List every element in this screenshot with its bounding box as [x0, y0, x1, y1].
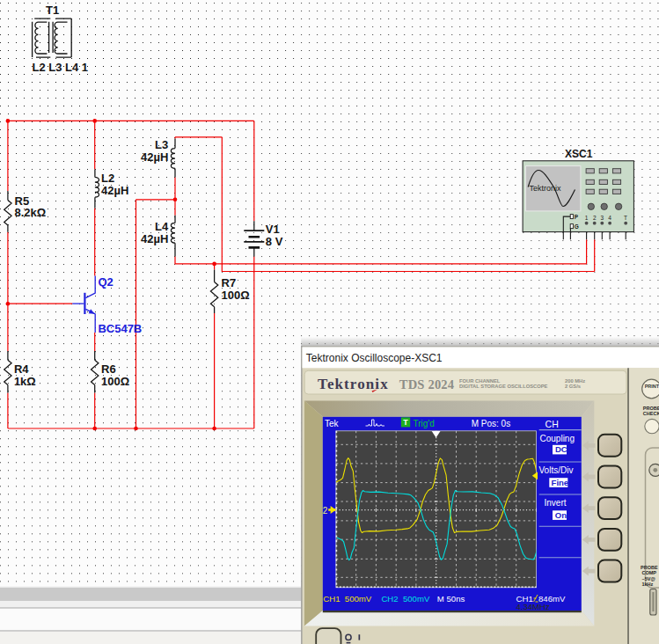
svg-text:42µH: 42µH [141, 150, 168, 164]
svg-text:PRINT: PRINT [645, 384, 659, 389]
svg-text:Q2: Q2 [98, 275, 113, 289]
svg-text:M Pos: 0s: M Pos: 0s [472, 419, 510, 428]
svg-text:R4: R4 [14, 362, 29, 376]
svg-text:BC547B: BC547B [98, 322, 142, 335]
svg-text:2: 2 [323, 506, 328, 516]
svg-text:Volts/Div: Volts/Div [539, 465, 574, 475]
svg-text:M 50ns: M 50ns [437, 594, 465, 604]
svg-text:T1: T1 [46, 4, 59, 17]
svg-text:XSC1: XSC1 [565, 148, 593, 160]
svg-text:8.2kΩ: 8.2kΩ [15, 206, 47, 219]
svg-text:Tek: Tek [325, 419, 340, 428]
svg-text:DIGITAL STORAGE OSCILLOSCOPE: DIGITAL STORAGE OSCILLOSCOPE [459, 384, 548, 389]
svg-text:CH1 500mV: CH1 500mV [323, 594, 372, 604]
svg-text:L3: L3 [155, 138, 168, 151]
svg-text:1: 1 [585, 215, 589, 221]
svg-text:Fine: Fine [552, 478, 569, 487]
svg-text:On: On [555, 510, 567, 520]
svg-text:4: 4 [608, 215, 611, 221]
svg-text:100Ω: 100Ω [101, 375, 129, 388]
svg-text:COMP: COMP [642, 570, 657, 575]
svg-text:2 GS/s: 2 GS/s [565, 384, 581, 389]
svg-text:TDS 2024: TDS 2024 [399, 377, 454, 392]
svg-text:R7: R7 [222, 276, 237, 289]
svg-text:CHECK: CHECK [643, 411, 659, 416]
svg-text:CH: CH [546, 419, 559, 429]
svg-text:~5V@: ~5V@ [642, 576, 656, 582]
svg-text:Invert: Invert [545, 498, 567, 508]
svg-text:4.34MHz: 4.34MHz [516, 602, 550, 611]
svg-text:42µH: 42µH [141, 232, 168, 245]
svg-text:8 V: 8 V [266, 235, 283, 248]
svg-text:100Ω: 100Ω [222, 289, 250, 302]
svg-text:T: T [403, 418, 408, 427]
svg-text:42µH: 42µH [101, 184, 128, 197]
svg-text:1kHz: 1kHz [642, 582, 654, 587]
svg-text:CH2 500mV: CH2 500mV [381, 594, 430, 604]
svg-text:P: P [575, 214, 579, 220]
svg-text:L4: L4 [155, 220, 169, 233]
svg-text:FOUR CHANNEL: FOUR CHANNEL [459, 378, 501, 384]
svg-text:Coupling: Coupling [540, 434, 575, 443]
svg-text:R6: R6 [101, 362, 116, 376]
svg-text:G: G [575, 223, 579, 230]
svg-text:L2 L3 L4 1: L2 L3 L4 1 [33, 61, 89, 74]
svg-text:T: T [624, 215, 627, 221]
svg-text:Tektronix: Tektronix [530, 184, 562, 193]
svg-text:Trig'd: Trig'd [414, 419, 435, 428]
svg-text:Tektronix: Tektronix [318, 376, 389, 392]
svg-text:V1: V1 [266, 223, 280, 236]
svg-text:3: 3 [601, 215, 604, 221]
svg-text:200 MHz: 200 MHz [565, 378, 585, 384]
svg-text:1kΩ: 1kΩ [14, 375, 36, 388]
svg-text:2: 2 [593, 215, 597, 221]
svg-text:DC: DC [555, 444, 567, 454]
svg-text:Tektronix Oscilloscope-XSC1: Tektronix Oscilloscope-XSC1 [306, 352, 443, 364]
